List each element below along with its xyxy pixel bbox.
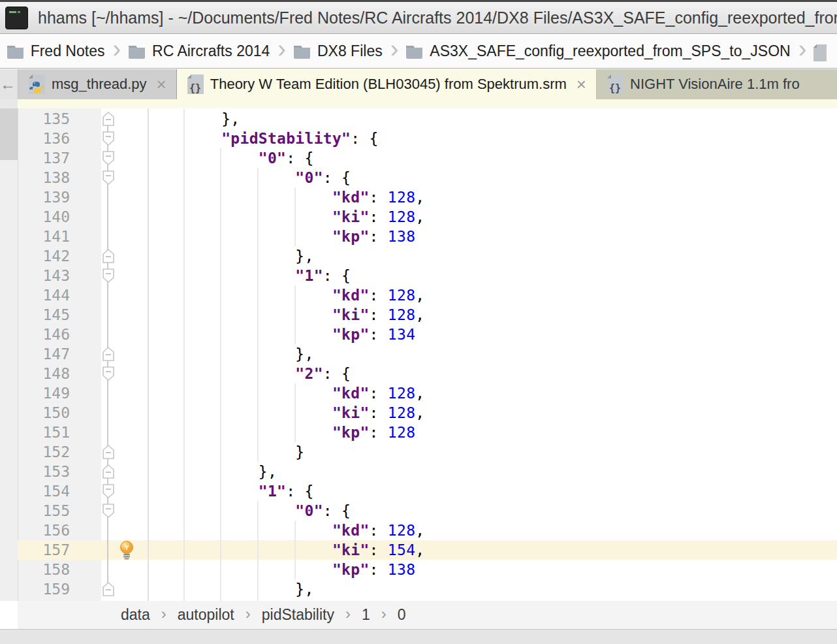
line-number: 152 bbox=[18, 442, 70, 462]
fold-end-marker[interactable] bbox=[102, 346, 115, 362]
line-number: 138 bbox=[18, 168, 70, 187]
json-punctuation: : bbox=[370, 306, 388, 323]
code-line[interactable]: "kp": 138 bbox=[148, 227, 415, 246]
code-line[interactable]: "kp": 138 bbox=[148, 560, 415, 579]
code-line[interactable]: "2": { bbox=[148, 364, 351, 383]
fold-start-marker[interactable] bbox=[102, 366, 115, 381]
folder-icon bbox=[292, 44, 311, 59]
json-punctuation: , bbox=[415, 306, 424, 323]
fold-end-marker[interactable] bbox=[102, 581, 115, 597]
fold-end-marker[interactable] bbox=[102, 464, 115, 479]
structure-breadcrumb-item[interactable]: 0 bbox=[398, 606, 406, 624]
fold-start-marker[interactable] bbox=[102, 131, 115, 146]
code-line[interactable]: "kp": 128 bbox=[148, 423, 415, 442]
fold-start-marker[interactable] bbox=[102, 150, 115, 166]
fold-start-marker[interactable] bbox=[102, 268, 115, 283]
fold-start-marker[interactable] bbox=[102, 483, 115, 499]
code-line[interactable]: "ki": 154, bbox=[148, 540, 424, 560]
json-punctuation: : bbox=[370, 228, 388, 245]
json-key: "kp" bbox=[332, 326, 370, 343]
fold-end-marker[interactable] bbox=[102, 111, 115, 127]
code-line[interactable]: "ki": 128, bbox=[148, 207, 424, 227]
code-line[interactable]: }, bbox=[148, 344, 314, 364]
fold-end-marker[interactable] bbox=[102, 248, 115, 264]
path-item[interactable]: Fred Notes bbox=[6, 42, 105, 60]
json-key: "kp" bbox=[332, 561, 370, 578]
line-number: 142 bbox=[18, 246, 70, 266]
fold-end-marker[interactable] bbox=[102, 444, 115, 460]
json-key: "kd" bbox=[332, 287, 370, 304]
path-item[interactable]: DX8 Files bbox=[292, 42, 383, 60]
code-line[interactable]: }, bbox=[148, 246, 314, 266]
code-line[interactable]: "kd": 128, bbox=[148, 521, 424, 540]
structure-breadcrumb-item[interactable]: autopilot bbox=[178, 606, 234, 624]
json-punctuation: : bbox=[370, 561, 388, 578]
breadcrumb-separator: › bbox=[112, 42, 121, 56]
folder-icon bbox=[127, 44, 146, 59]
json-punctuation bbox=[148, 150, 259, 167]
tab-close-icon[interactable]: × bbox=[157, 78, 166, 91]
json-number: 134 bbox=[388, 326, 415, 343]
fold-start-marker[interactable] bbox=[102, 503, 115, 519]
json-key: "kd" bbox=[332, 189, 370, 206]
window-title: hhams [~/hhams] - ~/Documents/Fred Notes… bbox=[38, 8, 837, 27]
editor-tab[interactable]: msg_thread.py× bbox=[18, 69, 177, 99]
json-punctuation: }, bbox=[148, 463, 277, 480]
code-line[interactable]: }, bbox=[148, 579, 314, 599]
code-line[interactable]: "kd": 128, bbox=[148, 285, 424, 305]
tab-label: Theory W Team Edition (BLH03045) from Sp… bbox=[210, 76, 567, 93]
code-line[interactable]: "pidStability": { bbox=[148, 129, 379, 148]
json-punctuation: }, bbox=[148, 248, 314, 265]
json-punctuation: : bbox=[370, 189, 388, 206]
code-line[interactable]: "1": { bbox=[148, 481, 314, 501]
json-punctuation: }, bbox=[148, 110, 240, 127]
json-punctuation bbox=[148, 561, 332, 578]
json-punctuation: : { bbox=[323, 365, 351, 382]
code-line[interactable]: "ki": 128, bbox=[148, 403, 424, 423]
code-line[interactable]: } bbox=[148, 442, 305, 462]
structure-breadcrumb-bar: data›autopilot›pidStability›1›0 bbox=[18, 601, 837, 629]
fold-start-marker[interactable] bbox=[102, 170, 115, 185]
json-number: 128 bbox=[388, 287, 415, 304]
intention-bulb-icon[interactable] bbox=[119, 541, 134, 560]
line-number: 149 bbox=[18, 383, 70, 403]
json-punctuation: : { bbox=[323, 267, 351, 284]
json-punctuation: : bbox=[370, 287, 388, 304]
json-punctuation: }, bbox=[148, 346, 314, 362]
code-line[interactable]: "kp": 134 bbox=[148, 325, 415, 344]
structure-breadcrumb-item[interactable]: 1 bbox=[362, 606, 370, 624]
line-number: 146 bbox=[18, 325, 70, 344]
json-number: 138 bbox=[388, 561, 415, 578]
code-line[interactable]: "ki": 128, bbox=[148, 305, 424, 325]
json-punctuation bbox=[148, 189, 332, 206]
path-item[interactable]: RC Aircrafts 2014 bbox=[127, 42, 270, 60]
tab-label: NIGHT VisionAire 1.1m fro bbox=[630, 76, 800, 93]
code-line[interactable]: "kd": 128, bbox=[148, 383, 424, 403]
active-tab-strip bbox=[18, 99, 837, 108]
tab-close-icon[interactable]: × bbox=[576, 78, 586, 91]
tab-scroll-left-button[interactable]: ← bbox=[0, 69, 18, 99]
json-punctuation bbox=[148, 404, 332, 421]
json-punctuation: , bbox=[415, 522, 424, 539]
line-number: 148 bbox=[18, 364, 70, 383]
structure-breadcrumb-item[interactable]: data bbox=[121, 606, 150, 624]
breadcrumb-separator: › bbox=[798, 42, 807, 56]
code-line[interactable]: }, bbox=[148, 462, 277, 481]
editor-tab[interactable]: {}NIGHT VisionAire 1.1m fro bbox=[597, 69, 837, 99]
code-line[interactable]: "1": { bbox=[148, 266, 351, 285]
code-line[interactable]: "0": { bbox=[148, 501, 351, 521]
code-line[interactable]: }, bbox=[148, 109, 240, 129]
line-number: 139 bbox=[18, 187, 70, 207]
code-line[interactable]: "kd": 128, bbox=[148, 187, 424, 207]
path-item[interactable]: AS3X_SAFE_config_reexported_from_SPS_to_… bbox=[405, 42, 790, 60]
editor-tab-active[interactable]: {}Theory W Team Edition (BLH03045) from … bbox=[177, 69, 597, 99]
tabs-container: msg_thread.py×{}Theory W Team Edition (B… bbox=[18, 69, 837, 99]
code-line[interactable]: "0": { bbox=[148, 168, 351, 187]
json-punctuation bbox=[148, 483, 259, 500]
code-line[interactable]: "0": { bbox=[148, 148, 314, 168]
json-punctuation: : bbox=[370, 424, 388, 441]
code-editor[interactable]: 1351361371381391401411421431441451461471… bbox=[0, 108, 837, 601]
structure-breadcrumb-item[interactable]: pidStability bbox=[262, 606, 334, 624]
tab-underline-strip-left bbox=[0, 99, 18, 108]
json-punctuation: : { bbox=[351, 130, 378, 147]
